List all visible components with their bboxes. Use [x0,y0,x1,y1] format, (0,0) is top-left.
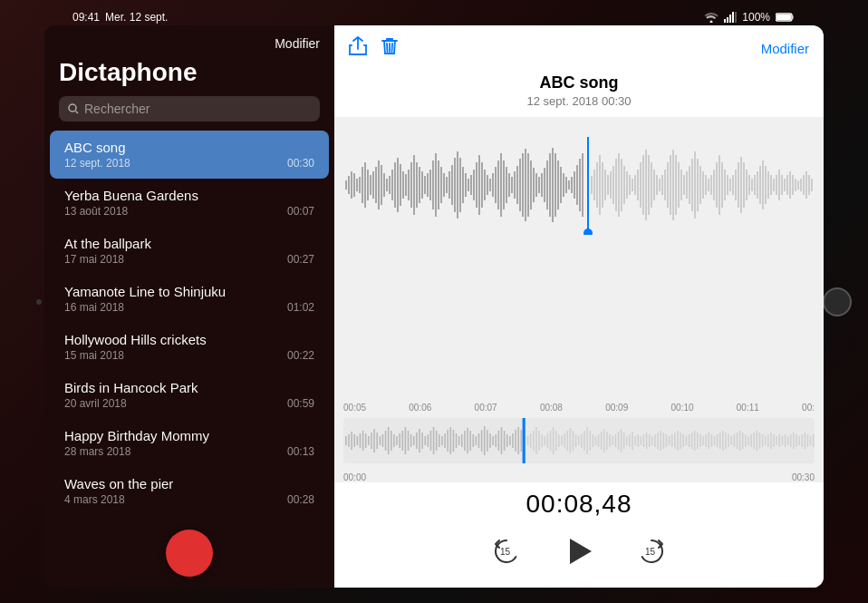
svg-rect-47 [438,160,439,209]
recording-item[interactable]: Birds in Hancock Park20 avril 201800:59 [50,371,329,419]
svg-rect-229 [469,431,471,451]
svg-rect-55 [459,158,461,212]
camera-dot [36,299,42,305]
svg-rect-227 [464,431,466,451]
svg-rect-193 [368,436,370,445]
svg-rect-225 [458,436,460,445]
svg-rect-174 [784,179,786,191]
svg-rect-305 [682,434,684,447]
right-modifier-button[interactable]: Modifier [761,41,809,56]
svg-rect-151 [721,162,723,208]
svg-rect-125 [651,162,652,208]
svg-rect-98 [576,165,578,205]
svg-rect-208 [410,434,412,447]
svg-rect-245 [515,430,516,452]
svg-rect-332 [759,433,761,449]
svg-rect-290 [641,436,642,445]
svg-rect-262 [561,436,563,445]
waveform-area[interactable]: 00:05 00:06 00:07 00:08 00:09 00:10 00:1… [334,117,824,482]
svg-rect-334 [765,436,767,445]
recording-item[interactable]: Yamanote Line to Shinjuku16 mai 201801:0… [50,275,329,323]
svg-rect-186 [348,434,350,447]
record-button[interactable] [166,530,213,577]
search-bar[interactable]: Rechercher [59,96,320,122]
recording-item[interactable]: Waves on the pier4 mars 201800:28 [50,467,329,515]
svg-rect-42 [424,176,426,194]
svg-rect-217 [436,431,438,451]
ipad-frame: 09:41 Mer. 12 sept. 100% [0,0,868,603]
svg-rect-337 [773,434,775,447]
svg-rect-136 [680,170,682,200]
svg-rect-328 [747,436,749,445]
svg-rect-54 [457,151,458,219]
svg-rect-60 [473,170,475,200]
svg-rect-79 [525,149,526,221]
forward-button[interactable]: 15 [635,535,668,568]
svg-rect-164 [757,171,758,199]
share-button[interactable] [349,36,367,61]
right-panel: Modifier ABC song 12 sept. 2018 00:30 [334,25,824,588]
delete-button[interactable] [381,36,398,61]
svg-rect-58 [468,179,469,191]
svg-rect-160 [746,170,747,200]
svg-rect-260 [555,431,557,451]
recording-duration: 00:07 [287,205,314,218]
mini-waveform-area[interactable] [343,418,815,463]
svg-rect-218 [439,434,440,447]
rewind-button[interactable]: 15 [490,535,523,568]
recording-item[interactable]: Hollywood Hills crickets15 mai 201800:22 [50,323,329,371]
svg-rect-62 [478,155,480,215]
recording-meta: 12 sept. 201800:30 [64,157,314,170]
play-button[interactable] [559,531,599,571]
svg-rect-204 [399,433,400,448]
svg-rect-108 [604,170,606,200]
svg-rect-348 [805,433,806,449]
status-time: 09:41 [72,11,100,24]
svg-rect-200 [388,427,390,454]
recording-item[interactable]: ABC song12 sept. 201800:30 [50,131,329,179]
svg-rect-148 [713,170,715,200]
svg-rect-16 [353,173,355,197]
svg-rect-147 [710,175,712,195]
left-header: Modifier [44,25,334,58]
app-title: Dictaphone [44,58,334,96]
left-modifier-button[interactable]: Modifier [275,36,320,51]
svg-rect-53 [454,158,456,212]
svg-rect-250 [527,436,529,445]
svg-rect-38 [413,155,415,215]
svg-rect-99 [579,159,581,211]
svg-rect-92 [560,167,562,203]
home-button[interactable] [823,287,852,316]
time-mark-2: 00:06 [409,403,431,413]
svg-rect-244 [512,433,514,448]
svg-rect-106 [599,155,601,215]
svg-rect-36 [408,170,410,200]
svg-rect-83 [535,173,537,197]
recording-title: Happy Birthday Mommy [64,428,314,443]
recording-duration: 00:13 [287,445,314,458]
svg-rect-210 [416,433,418,449]
recording-date: 13 août 2018 [64,205,128,218]
recording-item[interactable]: Happy Birthday Mommy28 mars 201800:13 [50,419,329,467]
svg-marker-353 [570,539,592,564]
svg-rect-344 [793,433,795,449]
svg-rect-240 [501,427,503,454]
recording-item[interactable]: At the ballpark17 mai 201800:27 [50,227,329,275]
svg-rect-81 [530,160,532,209]
svg-rect-338 [776,436,777,445]
detail-date: 12 sept. 2018 00:30 [334,94,824,108]
svg-rect-323 [734,434,736,447]
svg-rect-230 [472,434,474,447]
svg-rect-139 [689,166,690,204]
recording-detail-header: ABC song 12 sept. 2018 00:30 [334,68,824,117]
recording-date: 17 mai 2018 [64,253,124,266]
svg-rect-194 [371,433,372,449]
svg-rect-65 [487,175,488,195]
svg-rect-196 [376,433,378,449]
svg-rect-191 [362,431,364,451]
svg-rect-345 [796,434,797,447]
svg-rect-325 [739,431,741,451]
svg-rect-207 [408,431,410,451]
svg-rect-94 [565,177,567,193]
recording-item[interactable]: Yerba Buena Gardens13 août 201800:07 [50,179,329,227]
